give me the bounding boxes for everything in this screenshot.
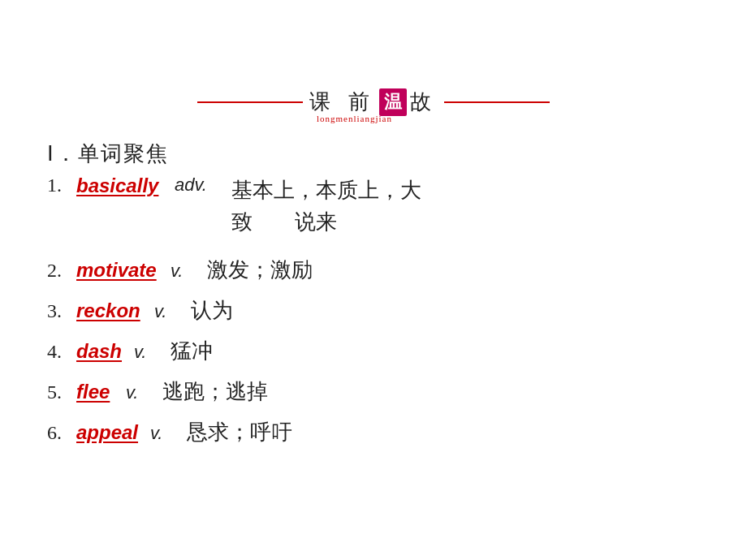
word-item-6: 6. appeal v. 恳求；呼吁 <box>47 418 715 454</box>
word-1-answer: basically <box>76 174 170 197</box>
header-line-left <box>197 101 303 103</box>
word-item-4: 4. dash v. 猛冲 <box>47 337 715 373</box>
word-6-pos: v. <box>150 423 162 444</box>
word-3-pos: v. <box>154 301 166 322</box>
word-item-1: 1. basically adv. 基本上，本质上，大致 说来 <box>47 174 715 248</box>
word-4-pos: v. <box>134 342 146 363</box>
title-left: 课 前 <box>309 88 377 116</box>
word-1-pos: adv. <box>175 174 207 196</box>
section-title: Ⅰ．单词聚焦 <box>47 140 169 168</box>
word-item-3: 3. reckon v. 认为 <box>47 296 715 332</box>
word-2-answer: motivate <box>76 259 166 282</box>
word-4-answer: dash <box>76 340 129 363</box>
word-2-meaning: 激发；激励 <box>207 256 715 285</box>
word-2-number: 2. <box>47 260 76 282</box>
wen-badge: 温 <box>379 88 407 116</box>
header-line-right <box>444 101 550 103</box>
word-5-answer: flee <box>76 381 121 403</box>
word-4-meaning: 猛冲 <box>171 337 715 366</box>
subtitle-text: longmenliangjian <box>317 114 392 123</box>
word-item-5: 5. flee v. 逃跑；逃掉 <box>47 377 715 413</box>
word-2-pos: v. <box>171 261 183 282</box>
word-5-pos: v. <box>126 382 138 403</box>
word-3-meaning: 认为 <box>191 296 715 325</box>
title-right: 故 <box>410 88 438 116</box>
word-3-answer: reckon <box>76 299 149 322</box>
word-6-number: 6. <box>47 422 76 444</box>
header-title-row: 课 前 温 故 longmenliangjian <box>187 88 560 116</box>
word-4-number: 4. <box>47 341 76 363</box>
word-5-number: 5. <box>47 381 76 403</box>
word-5-meaning: 逃跑；逃掉 <box>162 377 715 407</box>
word-1-number: 1. <box>47 174 76 196</box>
word-3-number: 3. <box>47 300 76 322</box>
word-1-meaning: 基本上，本质上，大致 说来 <box>231 174 421 238</box>
word-item-2: 2. motivate v. 激发；激励 <box>47 256 715 291</box>
header-title-text: 课 前 温 故 <box>303 88 445 116</box>
word-6-meaning: 恳求；呼吁 <box>187 418 715 447</box>
header: 课 前 温 故 longmenliangjian <box>0 88 747 116</box>
word-list: 1. basically adv. 基本上，本质上，大致 说来 2. motiv… <box>47 174 715 459</box>
word-6-answer: appeal <box>76 421 145 444</box>
word-1-left: 1. basically adv. <box>47 174 231 197</box>
page-container: 课 前 温 故 longmenliangjian Ⅰ．单词聚焦 1. basic… <box>0 0 747 560</box>
